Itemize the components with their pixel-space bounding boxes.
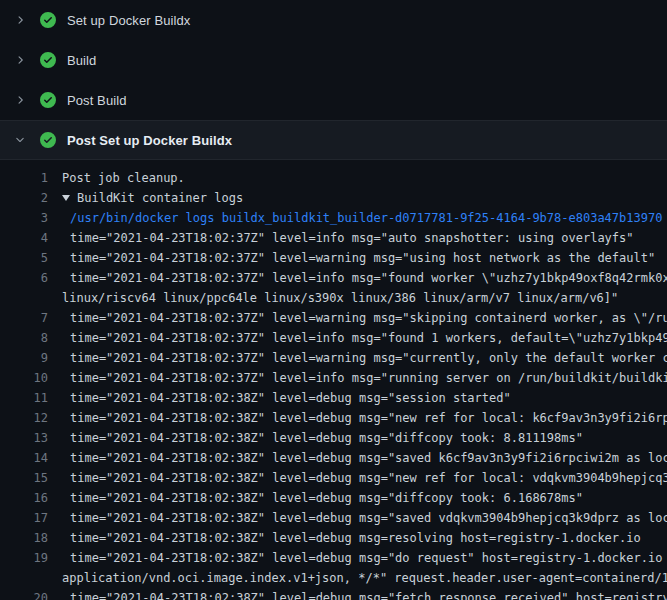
line-number[interactable]: 1	[0, 168, 48, 188]
log-row: 1Post job cleanup.	[0, 168, 667, 188]
log-text: time="2021-04-23T18:02:38Z" level=debug …	[70, 488, 583, 508]
line-number[interactable]: 14	[0, 448, 48, 468]
line-number[interactable]: 15	[0, 468, 48, 488]
group-toggle-icon[interactable]	[62, 195, 70, 201]
log-row: 17time="2021-04-23T18:02:38Z" level=debu…	[0, 508, 667, 528]
log-rows: 1Post job cleanup.2BuildKit container lo…	[0, 168, 667, 600]
log-text: time="2021-04-23T18:02:38Z" level=debug …	[70, 428, 583, 448]
line-number[interactable]: 18	[0, 528, 48, 548]
log-text: time="2021-04-23T18:02:38Z" level=debug …	[70, 468, 667, 488]
line-number[interactable]: 5	[0, 248, 48, 268]
log-row: 19time="2021-04-23T18:02:38Z" level=debu…	[0, 548, 667, 568]
log-text: application/vnd.oci.image.index.v1+json,…	[62, 568, 667, 588]
log-text: Post job cleanup.	[62, 168, 185, 188]
log-row: 20time="2021-04-23T18:02:38Z" level=debu…	[0, 588, 667, 600]
log-row: 18time="2021-04-23T18:02:38Z" level=debu…	[0, 528, 667, 548]
chevron-right-icon	[12, 92, 28, 108]
line-number[interactable]: 8	[0, 328, 48, 348]
check-circle-icon	[40, 12, 56, 28]
log-text: linux/riscv64 linux/ppc64le linux/s390x …	[62, 288, 618, 308]
log-row: 3/usr/bin/docker logs buildx_buildkit_bu…	[0, 208, 667, 228]
step-header-post-build[interactable]: Post Build	[0, 80, 667, 120]
steps-panel: Set up Docker Buildx Build Post Build Po…	[0, 0, 667, 160]
line-number[interactable]: 3	[0, 208, 48, 228]
log-row: 13time="2021-04-23T18:02:38Z" level=debu…	[0, 428, 667, 448]
log-row: 7time="2021-04-23T18:02:37Z" level=warni…	[0, 308, 667, 328]
step-label: Build	[67, 53, 96, 68]
step-header-post-set-up-docker-buildx[interactable]: Post Set up Docker Buildx	[0, 120, 667, 160]
log-row: 15time="2021-04-23T18:02:38Z" level=debu…	[0, 468, 667, 488]
step-label: Post Set up Docker Buildx	[67, 133, 232, 148]
log-row: 9time="2021-04-23T18:02:37Z" level=warni…	[0, 348, 667, 368]
log-text: time="2021-04-23T18:02:37Z" level=info m…	[70, 368, 667, 388]
line-number[interactable]: 9	[0, 348, 48, 368]
line-number[interactable]: 13	[0, 428, 48, 448]
line-number[interactable]: 16	[0, 488, 48, 508]
step-header-set-up-docker-buildx[interactable]: Set up Docker Buildx	[0, 0, 667, 40]
line-number[interactable]: 17	[0, 508, 48, 528]
step-header-build[interactable]: Build	[0, 40, 667, 80]
step-label: Post Build	[67, 93, 127, 108]
line-number[interactable]: 2	[0, 188, 48, 208]
line-number[interactable]: 6	[0, 268, 48, 288]
log-text: time="2021-04-23T18:02:37Z" level=info m…	[70, 228, 634, 248]
line-number[interactable]: 7	[0, 308, 48, 328]
line-number[interactable]: 19	[0, 548, 48, 568]
log-text: time="2021-04-23T18:02:37Z" level=warnin…	[70, 248, 655, 268]
step-label: Set up Docker Buildx	[67, 13, 190, 28]
log-text: time="2021-04-23T18:02:37Z" level=warnin…	[70, 308, 667, 328]
log-row: 16time="2021-04-23T18:02:38Z" level=debu…	[0, 488, 667, 508]
log-row: 2BuildKit container logs	[0, 188, 667, 208]
line-number[interactable]: 12	[0, 408, 48, 428]
log-text: time="2021-04-23T18:02:38Z" level=debug …	[70, 528, 641, 548]
line-number[interactable]: 20	[0, 588, 48, 600]
line-number	[0, 568, 48, 588]
log-row: 4time="2021-04-23T18:02:37Z" level=info …	[0, 228, 667, 248]
log-row: 6time="2021-04-23T18:02:37Z" level=info …	[0, 268, 667, 288]
log-row: 5time="2021-04-23T18:02:37Z" level=warni…	[0, 248, 667, 268]
log-row: 8time="2021-04-23T18:02:37Z" level=info …	[0, 328, 667, 348]
log-text: time="2021-04-23T18:02:37Z" level=info m…	[70, 268, 667, 288]
log-row: application/vnd.oci.image.index.v1+json,…	[0, 568, 667, 588]
log-text: time="2021-04-23T18:02:38Z" level=debug …	[70, 548, 667, 568]
log-text: time="2021-04-23T18:02:38Z" level=debug …	[70, 408, 667, 428]
log-text: time="2021-04-23T18:02:38Z" level=debug …	[70, 448, 667, 468]
line-number[interactable]: 10	[0, 368, 48, 388]
log-text: time="2021-04-23T18:02:37Z" level=warnin…	[70, 348, 667, 368]
log-row: 10time="2021-04-23T18:02:37Z" level=info…	[0, 368, 667, 388]
line-number	[0, 288, 48, 308]
line-number[interactable]: 11	[0, 388, 48, 408]
log-text: time="2021-04-23T18:02:38Z" level=debug …	[70, 388, 511, 408]
log-viewer: 1Post job cleanup.2BuildKit container lo…	[0, 160, 667, 600]
log-row: 12time="2021-04-23T18:02:38Z" level=debu…	[0, 408, 667, 428]
log-text: time="2021-04-23T18:02:37Z" level=info m…	[70, 328, 667, 348]
line-number[interactable]: 4	[0, 228, 48, 248]
log-row: 14time="2021-04-23T18:02:38Z" level=debu…	[0, 448, 667, 468]
log-group-title: BuildKit container logs	[62, 188, 243, 208]
check-circle-icon	[40, 92, 56, 108]
chevron-right-icon	[12, 52, 28, 68]
check-circle-icon	[40, 132, 56, 148]
log-text: time="2021-04-23T18:02:38Z" level=debug …	[70, 588, 667, 600]
log-text: time="2021-04-23T18:02:38Z" level=debug …	[70, 508, 667, 528]
log-row: linux/riscv64 linux/ppc64le linux/s390x …	[0, 288, 667, 308]
log-row: 11time="2021-04-23T18:02:38Z" level=debu…	[0, 388, 667, 408]
actions-log-page: { "colors": { "background": "#0d1117", "…	[0, 0, 667, 600]
check-circle-icon	[40, 52, 56, 68]
chevron-right-icon	[12, 12, 28, 28]
log-command-text: /usr/bin/docker logs buildx_buildkit_bui…	[70, 208, 662, 228]
chevron-down-icon	[12, 132, 28, 148]
